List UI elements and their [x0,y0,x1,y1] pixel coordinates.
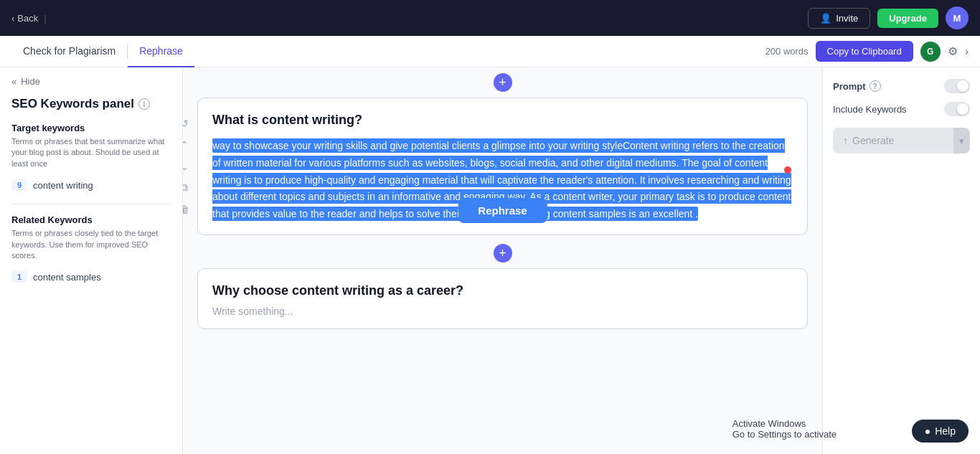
chevron-left-icon: « [11,76,17,87]
block-1-title: What is content writing? [212,113,793,128]
filter-icon[interactable]: ⚙ [948,44,958,58]
target-keyword-item: 9 content writing [11,176,171,194]
upgrade-button[interactable]: Upgrade [877,9,938,28]
prompt-info-icon[interactable]: ? [870,80,881,92]
add-block-above: + [197,67,808,98]
avatar[interactable]: M [946,6,969,29]
toggle-knob [957,80,969,92]
nav-left: ‹ Back | [11,13,47,24]
sidebar-hide-button[interactable]: « Hide [11,76,171,87]
top-navigation: ‹ Back | 👤 Invite Upgrade M [0,0,980,36]
user-icon: 👤 [820,13,831,24]
keyword-count: 9 [11,179,27,191]
generate-dropdown-button[interactable]: ▾ [953,128,970,153]
add-block-between: + [197,238,808,268]
generate-button[interactable]: ↑ Generate [833,128,953,153]
related-keywords-label: Related Keywords [11,214,171,225]
tab-rephrase[interactable]: Rephrase [128,36,194,67]
nav-right: 👤 Invite Upgrade M [808,6,969,29]
target-keywords-label: Target keywords [11,123,171,133]
section-divider [11,204,171,204]
include-toggle-knob [957,103,969,115]
nav-divider: | [44,13,46,24]
help-button[interactable]: ● Help [912,420,969,443]
help-icon: ● [925,425,930,437]
tab-plagiarism[interactable]: Check for Plagiarism [11,36,127,67]
chevron-right-icon[interactable]: › [965,45,969,58]
right-panel: Prompt ? Include Keywords ↑ Generate ▾ [822,67,980,454]
secondary-navigation: Check for Plagiarism Rephrase 200 words … [0,36,980,67]
generate-icon: ↑ [843,135,848,146]
target-keywords-desc: Terms or phrases that best summarize wha… [11,136,171,169]
info-icon[interactable]: i [138,98,150,110]
include-keywords-row: Include Keywords [833,102,970,116]
copy-icon[interactable]: ⧉ [183,179,193,197]
content-block-wrapper-1: ↺ ⌃ ⌃ ⧉ 🗑 What is content writing? way t… [197,98,808,235]
nav-actions: 200 words Copy to Clipboard G ⚙ › [765,41,969,62]
sidebar: « Hide SEO Keywords panel i Target keywo… [0,67,183,454]
content-block-1: What is content writing? way to showcase… [197,98,808,235]
write-placeholder[interactable]: Write something... [212,306,793,317]
add-block-button[interactable]: + [494,73,512,92]
invite-button[interactable]: 👤 Invite [808,8,870,29]
back-button[interactable]: ‹ Back [11,13,38,24]
rephrase-popup: Rephrase [458,198,547,223]
chevron-up-icon[interactable]: ⌃ [183,136,193,153]
red-dot-indicator [784,166,791,174]
grammarly-icon[interactable]: G [920,42,941,62]
add-block-between-button[interactable]: + [494,244,512,263]
related-keywords-desc: Terms or phrases closely tied to the tar… [11,228,171,261]
block-toolbar: ↺ ⌃ ⌃ ⧉ 🗑 [183,115,193,218]
related-keyword-text: content samples [33,272,101,283]
content-block-2: Why choose content writing as a career? … [197,268,808,329]
prompt-toggle[interactable] [944,79,970,93]
content-area: + ↺ ⌃ ⌃ ⧉ 🗑 What is content writing? way… [183,67,822,454]
keyword-text: content writing [33,180,93,191]
sidebar-title: SEO Keywords panel i [11,97,171,111]
undo-icon[interactable]: ↺ [183,115,193,132]
delete-icon[interactable]: 🗑 [183,201,193,218]
include-keywords-label: Include Keywords [833,104,907,115]
nav-tabs: Check for Plagiarism Rephrase [11,36,194,67]
main-layout: « Hide SEO Keywords panel i Target keywo… [0,67,980,454]
related-keyword-count: 1 [11,271,27,283]
related-keyword-item: 1 content samples [11,268,171,285]
prompt-section: Prompt ? [833,79,970,93]
copy-to-clipboard-button[interactable]: Copy to Clipboard [816,41,913,62]
word-count: 200 words [765,46,809,57]
block-2-title: Why choose content writing as a career? [212,283,793,298]
include-keywords-toggle[interactable] [944,102,970,116]
generate-row: ↑ Generate ▾ [833,128,970,153]
rephrase-button[interactable]: Rephrase [458,198,547,223]
chevron-down-icon[interactable]: ⌃ [183,158,193,175]
